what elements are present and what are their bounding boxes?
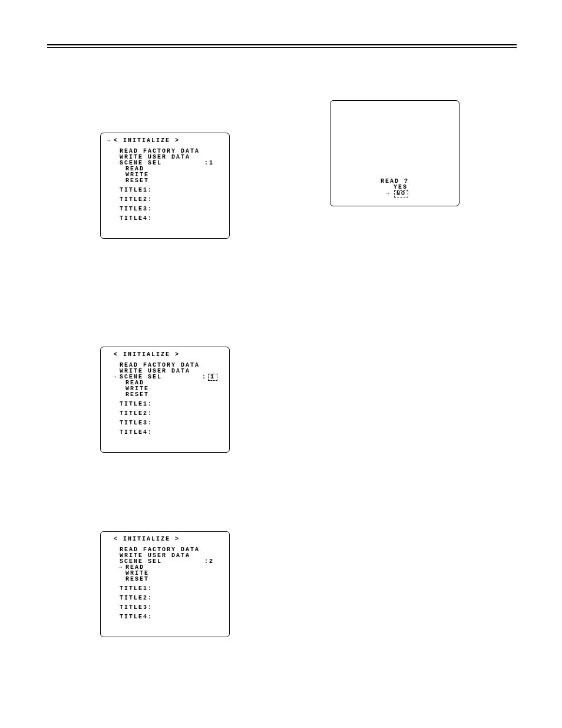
arrow-right-icon: → [113, 374, 120, 380]
menu-title: < INITIALIZE > [114, 138, 180, 144]
confirm-no-label: NO [394, 190, 408, 197]
horizontal-rule-thin [47, 47, 517, 48]
menu-title: < INITIALIZE > [114, 536, 180, 542]
menu-title-row: → < INITIALIZE > [107, 138, 223, 144]
menu-item-title4[interactable]: TITLE4: [113, 614, 223, 620]
menu-title-row: < INITIALIZE > [107, 536, 223, 542]
menu-item-label: TITLE2: [120, 595, 153, 601]
menu-item-label: TITLE3: [120, 420, 153, 426]
scene-sel-value: 1 [208, 374, 217, 381]
menu-item-label: TITLE4: [120, 430, 153, 436]
menu-item-label: TITLE4: [120, 614, 153, 620]
menu-item-title3[interactable]: TITLE3: [113, 605, 223, 611]
menu-item-title1[interactable]: TITLE1: [113, 187, 223, 193]
menu-item-label: TITLE1: [120, 187, 153, 193]
menu-item-reset[interactable]: RESET [118, 577, 223, 582]
scene-sel-value: :1 [204, 160, 214, 166]
menu-item-label: TITLE4: [120, 216, 153, 222]
confirm-no[interactable]: → NO [381, 190, 408, 197]
menu-item-label: RESET [125, 577, 149, 582]
arrow-right-icon: → [381, 191, 393, 197]
menu-item-title2[interactable]: TITLE2: [113, 411, 223, 417]
menu-item-label: TITLE1: [120, 586, 153, 592]
menu-item-title3[interactable]: TITLE3: [113, 206, 223, 212]
menu-panel-2: < INITIALIZE > READ FACTORY DATA WRITE U… [100, 347, 230, 453]
arrow-right-icon: → [118, 565, 125, 571]
menu-item-title4[interactable]: TITLE4: [113, 430, 223, 436]
menu-item-label: TITLE3: [120, 605, 153, 611]
menu-item-reset[interactable]: RESET [118, 392, 223, 398]
menu-panel-1: → < INITIALIZE > READ FACTORY DATA WRITE… [100, 133, 230, 239]
menu-item-label: TITLE2: [120, 411, 153, 417]
menu-item-label: RESET [125, 392, 149, 398]
menu-item-title2[interactable]: TITLE2: [113, 197, 223, 203]
confirm-panel: READ ? YES → NO [330, 100, 459, 206]
menu-item-title1[interactable]: TITLE1: [113, 586, 223, 592]
horizontal-rule-thick [47, 44, 517, 45]
menu-item-title1[interactable]: TITLE1: [113, 401, 223, 407]
menu-item-label: TITLE2: [120, 197, 153, 203]
confirm-yes-label: YES [394, 185, 408, 190]
confirm-yes[interactable]: YES [382, 185, 408, 190]
menu-item-label: TITLE1: [120, 401, 153, 407]
menu-item-label: RESET [125, 178, 149, 184]
menu-item-reset[interactable]: RESET [118, 178, 223, 184]
arrow-right-icon: → [107, 138, 114, 144]
menu-item-title2[interactable]: TITLE2: [113, 595, 223, 601]
menu-title: < INITIALIZE > [114, 352, 180, 358]
menu-panel-3: < INITIALIZE > READ FACTORY DATA WRITE U… [100, 531, 230, 637]
scene-sel-value: :2 [204, 559, 214, 565]
menu-title-row: < INITIALIZE > [107, 352, 223, 358]
menu-item-title3[interactable]: TITLE3: [113, 420, 223, 426]
menu-item-label: TITLE3: [120, 206, 153, 212]
menu-item-title4[interactable]: TITLE4: [113, 216, 223, 222]
